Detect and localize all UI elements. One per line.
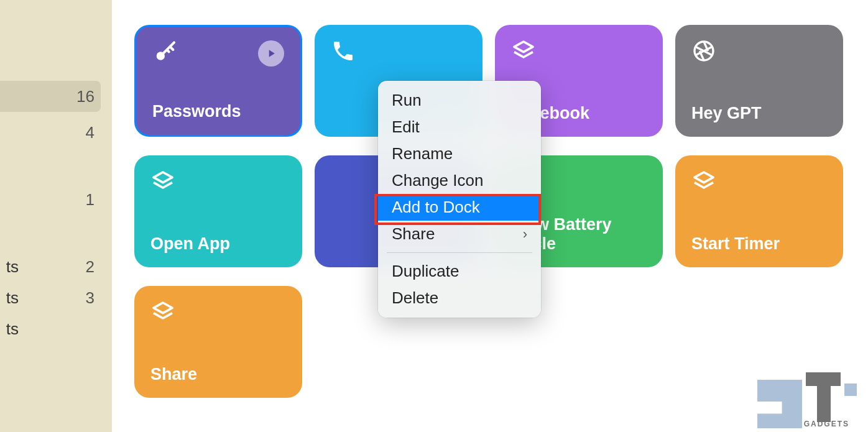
sidebar-item-label: ts [0,319,19,339]
shortcuts-grid-area: Passwords caller Facebook [112,0,868,432]
menu-item-delete[interactable]: Delete [378,285,541,311]
sidebar-item[interactable]: ts 2 [0,251,112,282]
sidebar-item[interactable]: ts 3 [0,282,112,313]
layers-icon [150,169,175,196]
shortcut-title: Start Timer [691,234,827,254]
aperture-icon [691,39,716,66]
menu-item-share[interactable]: Share › [378,221,541,247]
key-icon [152,40,177,68]
menu-item-run[interactable]: Run [378,87,541,114]
menu-item-add-to-dock[interactable]: Add to Dock [378,194,541,221]
sidebar-count: 1 [86,190,95,209]
play-icon[interactable] [258,40,284,67]
sidebar-item[interactable]: 4 [0,117,112,148]
menu-item-change-icon[interactable]: Change Icon [378,167,541,194]
shortcut-title: Share [150,365,286,384]
shortcut-tile-timer[interactable]: Start Timer [675,155,843,267]
shortcut-tile-share[interactable]: Share [134,286,302,398]
shortcut-tile-passwords[interactable]: Passwords [134,25,302,137]
layers-icon [511,39,536,66]
shortcut-tile-openapp[interactable]: Open App [134,155,302,267]
sidebar: 16 4 1 ts 2 ts 3 ts [0,0,112,432]
sidebar-item-label: ts [0,288,19,308]
watermark: GADGETS [757,372,857,428]
menu-item-edit[interactable]: Edit [378,114,541,140]
shortcut-title: Open App [150,234,286,254]
watermark-label: GADGETS [804,420,849,428]
sidebar-item[interactable]: 16 [0,81,101,112]
sidebar-count: 4 [86,123,95,142]
menu-item-duplicate[interactable]: Duplicate [378,258,541,285]
shortcut-title: Hey GPT [691,104,827,123]
sidebar-count: 16 [76,87,95,106]
watermark-logo [844,384,857,396]
sidebar-item[interactable]: ts [0,313,112,344]
layers-icon [691,169,716,196]
shortcut-title: Passwords [152,102,284,121]
watermark-logo [757,380,802,428]
sidebar-item[interactable]: 1 [0,184,112,215]
chevron-right-icon: › [523,226,527,242]
context-menu: Run Edit Rename Change Icon Add to Dock … [378,81,541,318]
sidebar-item-label: ts [0,257,19,277]
sidebar-count: 2 [86,257,95,277]
menu-separator [387,252,532,253]
menu-item-rename[interactable]: Rename [378,140,541,167]
sidebar-count: 3 [86,288,95,308]
layers-icon [150,300,175,327]
shortcut-tile-heygpt[interactable]: Hey GPT [675,25,843,137]
phone-icon [331,39,356,66]
